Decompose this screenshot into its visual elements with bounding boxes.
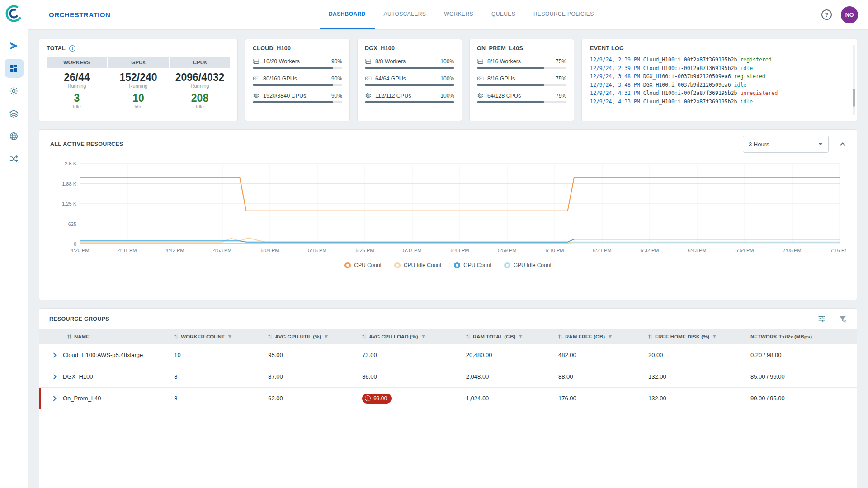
legend-item[interactable]: CPU Count: [344, 262, 382, 268]
column-header[interactable]: AVG GPU UTIL (%): [268, 334, 362, 339]
avg-cpu-load-cell: !99.00: [362, 394, 466, 404]
cluster-stat-percent: 75%: [556, 75, 566, 82]
running-count: 26/44: [47, 72, 107, 83]
event-time: 12/9/24, 2:39 PM: [590, 65, 640, 71]
collapse-panel-button[interactable]: [840, 142, 846, 146]
cluster-stat-row: 8/16 Workers 75%: [477, 58, 566, 65]
legend-item[interactable]: GPU Idle Count: [504, 262, 552, 268]
column-header[interactable]: NAME: [39, 334, 174, 339]
sort-icon: [67, 334, 71, 339]
sidebar-item-policies[interactable]: [5, 149, 24, 168]
sort-icon: [362, 334, 366, 339]
sidebar-item-queues[interactable]: [5, 104, 24, 123]
clear-filters-icon[interactable]: [839, 315, 847, 323]
chart-legend: CPU CountCPU Idle CountGPU CountGPU Idle…: [50, 262, 846, 268]
column-header[interactable]: FREE HOME DISK (%): [648, 334, 750, 339]
cpu-load-alert-badge: !99.00: [362, 394, 392, 404]
column-settings-icon[interactable]: [817, 314, 826, 323]
svg-text:1.25 K: 1.25 K: [62, 201, 76, 206]
app-logo-icon[interactable]: [4, 4, 24, 23]
svg-text:5:15 PM: 5:15 PM: [308, 248, 327, 253]
sidebar-item-dashboard[interactable]: [5, 59, 24, 78]
info-icon[interactable]: i: [69, 45, 75, 52]
avatar[interactable]: NO: [841, 6, 858, 23]
cluster-stat-text: 112/112 CPUs: [375, 93, 440, 99]
svg-text:7:05 PM: 7:05 PM: [783, 248, 802, 253]
tab-workers[interactable]: WORKERS: [435, 0, 482, 29]
legend-dot: [344, 262, 351, 268]
total-column: CPUs 2096/4032 Running 208 Idle: [170, 57, 230, 109]
filter-icon: [421, 334, 426, 339]
help-icon[interactable]: ?: [821, 9, 832, 20]
column-label: RAM FREE (GB): [565, 334, 605, 339]
scrollbar-thumb[interactable]: [853, 89, 855, 107]
scrollbar-track[interactable]: [853, 45, 855, 115]
worker-count-cell: 10: [174, 352, 268, 358]
filter-icon: [608, 334, 613, 339]
gpu-icon: [253, 75, 259, 82]
event-log-entry: 12/9/24, 3:48 PM DGX_H100:i-0037b9d21205…: [590, 81, 849, 89]
event-log-entry: 12/9/24, 2:39 PM Cloud_H100:i-00f2a87f36…: [590, 64, 849, 73]
cluster-card-title: DGX_H100: [365, 45, 454, 52]
sidebar-item-launch[interactable]: [5, 36, 24, 55]
svg-text:4:42 PM: 4:42 PM: [166, 248, 184, 253]
expand-chevron-icon[interactable]: [53, 396, 57, 401]
sidebar-item-clusters[interactable]: [5, 127, 24, 145]
free-home-disk-cell: 132.00: [648, 373, 750, 380]
svg-text:625: 625: [68, 221, 76, 227]
expand-chevron-icon[interactable]: [53, 352, 57, 358]
column-header[interactable]: NETWORK Tx/Rx (MBps): [750, 334, 857, 339]
event-source: DGX_H100:i-0037b9d2120509ea6: [643, 82, 731, 88]
top-bar: ORCHESTRATION DASHBOARDAUTOSCALERSWORKER…: [28, 0, 868, 30]
launch-icon: [9, 41, 19, 51]
resource-group-row[interactable]: On_Prem_L40 8 62.00 !99.00 1,024.00 176.…: [39, 388, 857, 409]
event-source: DGX_H100:i-0037b9d2120509ea6: [643, 73, 731, 80]
tab-autoscalers[interactable]: AUTOSCALERS: [375, 0, 435, 29]
running-count: 2096/4032: [170, 72, 230, 83]
total-column: WORKERS 26/44 Running 3 Idle: [47, 57, 107, 109]
resource-group-row[interactable]: Cloud_H100:AWS-p5.48xlarge 10 95.00 73.0…: [39, 344, 857, 366]
cluster-stat-row: 8/8 Workers 100%: [365, 58, 454, 65]
worker-grid-icon: [477, 58, 484, 65]
worker-count-cell: 8: [174, 395, 268, 402]
legend-label: GPU Count: [463, 262, 491, 268]
svg-text:6:32 PM: 6:32 PM: [641, 248, 659, 253]
sidebar-item-workers[interactable]: [5, 81, 24, 100]
column-label: WORKER COUNT: [181, 334, 224, 339]
total-grid: WORKERS 26/44 Running 3 Idle GPUs 152/24…: [47, 57, 230, 109]
event-status: idle: [740, 65, 753, 71]
event-status: registered: [740, 56, 771, 63]
ram-free-cell: 88.00: [558, 373, 648, 380]
cluster-stat-row: 10/20 Workers 90%: [253, 58, 342, 65]
svg-text:5:37 PM: 5:37 PM: [403, 248, 422, 253]
sort-icon: [558, 334, 562, 339]
chevron-down-icon: [818, 143, 823, 145]
event-status: idle: [734, 82, 747, 88]
time-range-select[interactable]: 3 Hours: [743, 136, 829, 153]
svg-text:4:31 PM: 4:31 PM: [118, 248, 137, 253]
cluster-card: CLOUD_H100 10/20 Workers 90% 80/160 GPUs…: [245, 39, 350, 121]
expand-chevron-icon[interactable]: [53, 374, 57, 380]
tab-resource-policies[interactable]: RESOURCE POLICIES: [524, 0, 603, 29]
resource-group-row[interactable]: DGX_H100 8 87.00 86.00 2,048.00 88.00 13…: [39, 366, 857, 388]
legend-item[interactable]: CPU Idle Count: [394, 262, 441, 268]
column-header[interactable]: WORKER COUNT: [174, 334, 268, 339]
time-range-value: 3 Hours: [749, 141, 818, 148]
column-header[interactable]: AVG CPU LOAD (%): [362, 334, 466, 339]
cluster-stat-percent: 90%: [331, 58, 342, 65]
column-header[interactable]: RAM TOTAL (GB): [466, 334, 558, 339]
legend-item[interactable]: GPU Count: [454, 262, 491, 268]
tab-dashboard[interactable]: DASHBOARD: [320, 0, 375, 29]
worker-grid-icon: [365, 58, 372, 65]
svg-text:7:16 PM: 7:16 PM: [830, 248, 846, 253]
tab-queues[interactable]: QUEUES: [482, 0, 524, 29]
event-log-entry: 12/9/24, 4:33 PM Cloud_H100:i-00f2a87f36…: [590, 98, 849, 106]
svg-text:4:53 PM: 4:53 PM: [213, 248, 232, 253]
free-home-disk-cell: 20.00: [648, 352, 750, 358]
cluster-card: DGX_H100 8/8 Workers 100% 64/64 GPUs 100…: [357, 39, 462, 121]
column-header[interactable]: RAM FREE (GB): [558, 334, 648, 339]
network-cell: 0.20 / 98.00: [750, 352, 857, 358]
svg-text:6:21 PM: 6:21 PM: [593, 248, 612, 253]
sort-icon: [174, 334, 178, 339]
resource-group-name: Cloud_H100:AWS-p5.48xlarge: [63, 352, 143, 358]
